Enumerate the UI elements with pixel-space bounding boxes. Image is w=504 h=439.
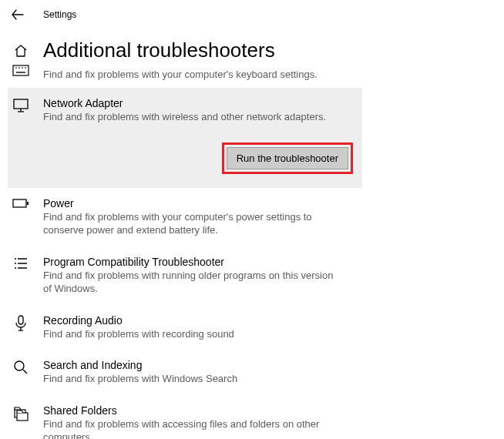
svg-rect-23 (17, 413, 28, 421)
troubleshooter-item-network-adapter[interactable]: Network Adapter Find and fix problems wi… (8, 88, 362, 188)
keyboard-icon (12, 65, 29, 77)
keyboard-desc: Find and fix problems with your computer… (43, 67, 318, 80)
list-icon (13, 256, 29, 270)
item-desc: Find and fix problems with Windows Searc… (43, 372, 344, 386)
microphone-icon (15, 315, 27, 332)
item-title: Network Adapter (43, 97, 354, 109)
arrow-left-icon (11, 8, 25, 22)
troubleshooter-item-program-compatibility[interactable]: Program Compatibility Troubleshooter Fin… (8, 246, 362, 305)
svg-rect-9 (13, 199, 26, 207)
monitor-icon (12, 98, 29, 113)
item-desc: Find and fix problems with your computer… (43, 210, 344, 237)
svg-rect-17 (18, 316, 23, 324)
back-button[interactable] (8, 5, 28, 25)
troubleshooter-item-recording-audio[interactable]: Recording Audio Find and fix problems wi… (8, 305, 362, 350)
item-desc: Find and fix problems with recording sou… (43, 327, 344, 341)
app-name: Settings (43, 9, 76, 20)
troubleshooter-item-keyboard-partial[interactable]: Find and fix problems with your computer… (8, 64, 496, 88)
item-desc: Find and fix problems with running older… (43, 269, 344, 296)
troubleshooter-item-shared-folders[interactable]: Shared Folders Find and fix problems wit… (8, 395, 362, 439)
item-desc: Find and fix problems with wireless and … (43, 110, 344, 124)
svg-point-20 (15, 361, 24, 370)
troubleshooter-item-search-indexing[interactable]: Search and Indexing Find and fix problem… (8, 350, 362, 395)
svg-rect-6 (14, 99, 28, 109)
item-title: Program Compatibility Troubleshooter (43, 256, 354, 268)
home-icon[interactable] (12, 43, 29, 59)
search-icon (13, 360, 29, 375)
svg-line-21 (23, 370, 27, 374)
item-desc: Find and fix problems with accessing fil… (43, 417, 344, 439)
folder-icon (13, 405, 29, 422)
svg-rect-0 (13, 65, 29, 75)
item-title: Search and Indexing (43, 359, 354, 371)
run-button-highlight: Run the troubleshooter (222, 142, 353, 174)
item-title: Recording Audio (43, 314, 354, 327)
svg-rect-10 (27, 202, 29, 205)
item-title: Power (43, 197, 354, 209)
run-troubleshooter-button[interactable]: Run the troubleshooter (227, 147, 348, 169)
battery-icon (12, 198, 29, 209)
troubleshooter-item-power[interactable]: Power Find and fix problems with your co… (8, 188, 362, 246)
item-title: Shared Folders (43, 404, 354, 417)
page-title: Additional troubleshooters (43, 39, 275, 62)
